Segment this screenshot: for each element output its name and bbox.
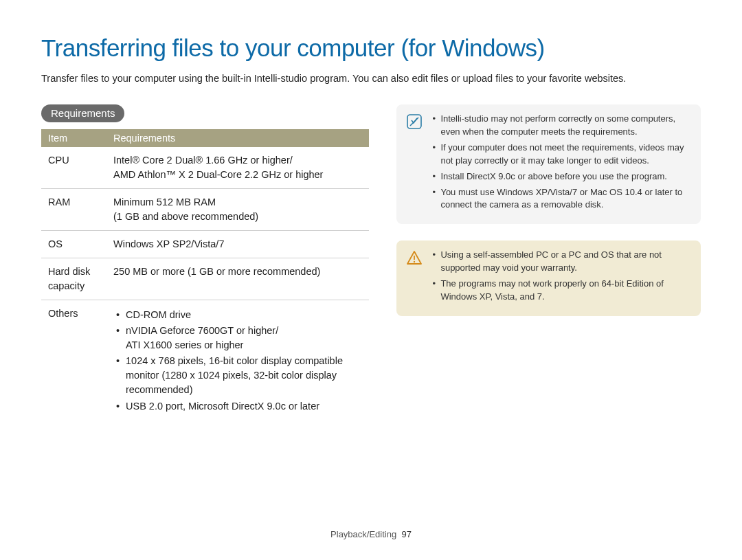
left-column: Requirements Item Requirements CPU Intel… — [41, 104, 369, 421]
table-row: OS Windows XP SP2/Vista/7 — [41, 231, 369, 258]
footer-page-number: 97 — [401, 529, 411, 539]
intro-paragraph: Transfer files to your computer using th… — [41, 71, 701, 85]
cell-label: OS — [41, 231, 106, 258]
document-page: Transferring files to your computer (for… — [0, 0, 742, 560]
warning-note-list: Using a self-assembled PC or a PC and OS… — [432, 249, 690, 306]
cell-label: CPU — [41, 147, 106, 189]
table-row: CPU Intel® Core 2 Dual® 1.66 GHz or high… — [41, 147, 369, 189]
list-item: USB 2.0 port, Microsoft DirectX 9.0c or … — [116, 399, 362, 414]
right-column: Intelli-studio may not perform correctly… — [396, 104, 701, 315]
cell-value: Intel® Core 2 Dual® 1.66 GHz or higher/ … — [106, 147, 369, 189]
list-item: If your computer does not meet the requi… — [432, 142, 690, 168]
cell-value: Minimum 512 MB RAM (1 GB and above recom… — [106, 189, 369, 231]
footer-section: Playback/Editing — [330, 529, 396, 539]
info-note-list: Intelli-studio may not perform correctly… — [432, 113, 690, 214]
page-footer: Playback/Editing 97 — [0, 529, 742, 539]
table-row: Others CD-ROM drive nVIDIA Geforce 7600G… — [41, 300, 369, 421]
table-row: Hard disk capacity 250 MB or more (1 GB … — [41, 258, 369, 300]
content-columns: Requirements Item Requirements CPU Intel… — [41, 104, 701, 421]
cell-label: Hard disk capacity — [41, 258, 106, 300]
list-item: CD-ROM drive — [116, 308, 362, 322]
info-note-box: Intelli-studio may not perform correctly… — [396, 104, 701, 224]
list-item: 1024 x 768 pixels, 16-bit color display … — [116, 354, 362, 397]
cell-value: 250 MB or more (1 GB or more recommended… — [106, 258, 369, 300]
cell-label: RAM — [41, 189, 106, 231]
table-header-req: Requirements — [106, 129, 369, 147]
warning-icon — [406, 249, 423, 306]
requirements-heading: Requirements — [41, 104, 124, 122]
list-item: Using a self-assembled PC or a PC and OS… — [432, 249, 690, 275]
list-item: nVIDIA Geforce 7600GT or higher/ ATI X16… — [116, 324, 362, 352]
list-item: The programs may not work properly on 64… — [432, 278, 690, 304]
note-icon — [406, 113, 423, 214]
list-item: Intelli-studio may not perform correctly… — [432, 113, 690, 139]
cell-value: CD-ROM drive nVIDIA Geforce 7600GT or hi… — [106, 300, 369, 421]
list-item: Install DirectX 9.0c or above before you… — [432, 170, 690, 183]
cell-label: Others — [41, 300, 106, 421]
others-list: CD-ROM drive nVIDIA Geforce 7600GT or hi… — [113, 308, 362, 413]
warning-note-box: Using a self-assembled PC or a PC and OS… — [396, 240, 701, 315]
svg-point-2 — [414, 261, 415, 262]
cell-value: Windows XP SP2/Vista/7 — [106, 231, 369, 258]
requirements-table: Item Requirements CPU Intel® Core 2 Dual… — [41, 129, 369, 421]
list-item: You must use Windows XP/Vista/7 or Mac O… — [432, 186, 690, 212]
table-row: RAM Minimum 512 MB RAM (1 GB and above r… — [41, 189, 369, 231]
table-header-item: Item — [41, 129, 106, 147]
page-title: Transferring files to your computer (for… — [41, 34, 701, 62]
